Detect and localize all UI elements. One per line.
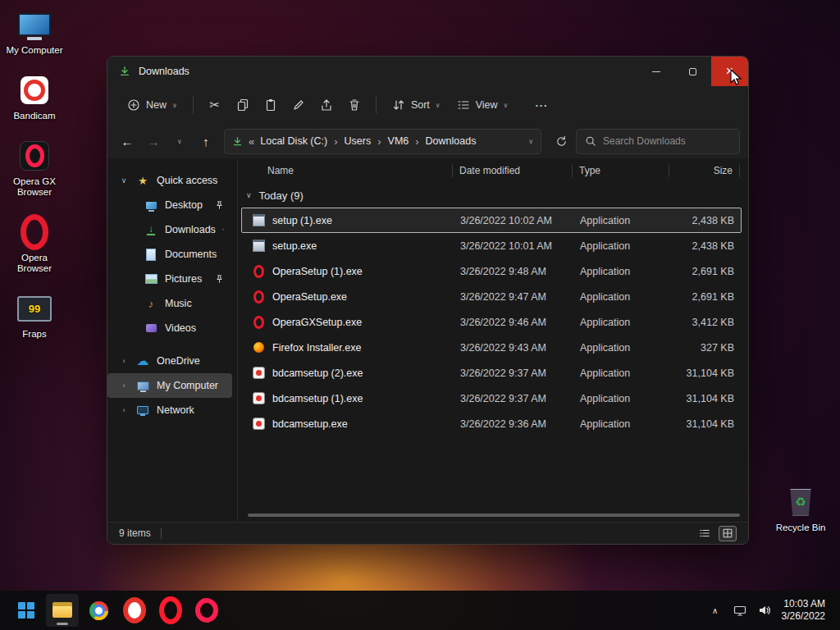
cut-button[interactable] — [203, 93, 227, 117]
column-header-name[interactable]: Name — [248, 164, 453, 177]
sidebar-item[interactable]: Desktop — [107, 193, 232, 217]
breadcrumb-link[interactable]: Users — [345, 135, 372, 147]
file-size: 2,691 KB — [670, 266, 741, 277]
desktop-icon-image — [16, 139, 52, 172]
details-view-icon — [699, 527, 710, 539]
sidebar-item[interactable]: Music — [107, 291, 232, 316]
file-row[interactable]: setup.exe 3/26/2022 10:01 AM Application… — [241, 233, 742, 258]
back-button[interactable] — [116, 130, 139, 153]
sidebar-item-label: Videos — [165, 322, 196, 334]
desktop-icon[interactable]: Opera GX Browser — [3, 139, 66, 198]
maximize-button[interactable] — [674, 57, 711, 86]
desktop-icon[interactable]: Bandicam — [3, 74, 66, 121]
file-date-modified: 3/26/2022 9:37 AM — [454, 368, 573, 379]
clock-date: 3/26/2022 — [782, 610, 825, 623]
refresh-button[interactable] — [550, 130, 573, 153]
file-size: 2,438 KB — [670, 215, 741, 226]
sidebar-item[interactable]: Downloads — [107, 217, 232, 242]
chevron-collapsed-icon[interactable]: › — [119, 357, 129, 365]
view-button[interactable]: View — [450, 94, 515, 116]
caption-buttons — [637, 57, 748, 86]
address-bar[interactable]: Local Disk (C:) Users VM6 — [224, 129, 541, 154]
horizontal-scrollbar[interactable] — [248, 514, 740, 517]
delete-button[interactable] — [342, 93, 367, 117]
file-size: 31,104 KB — [670, 393, 741, 404]
toolbar-divider — [376, 96, 377, 114]
breadcrumb-link[interactable]: VM6 — [388, 135, 409, 147]
recent-locations-chevron[interactable] — [168, 130, 191, 153]
title-bar[interactable]: Downloads — [107, 57, 748, 86]
start-button[interactable] — [10, 594, 43, 627]
breadcrumb-separator — [371, 134, 387, 148]
file-row[interactable]: bdcamsetup.exe 3/26/2022 9:36 AM Applica… — [241, 411, 742, 436]
taskbar-app-button[interactable] — [46, 594, 79, 627]
file-row[interactable]: OperaSetup.exe 3/26/2022 9:47 AM Applica… — [241, 284, 742, 309]
group-header-today[interactable]: ∨ Today (9) — [238, 183, 748, 208]
refresh-icon — [555, 135, 568, 148]
hidden-icons-chevron[interactable] — [708, 603, 723, 618]
search-input[interactable] — [603, 135, 731, 147]
up-button[interactable] — [194, 130, 217, 153]
taskbar-app-button[interactable] — [154, 594, 187, 627]
file-type-icon — [252, 367, 265, 380]
copy-button[interactable] — [231, 93, 255, 117]
column-header-size[interactable]: Size — [669, 164, 740, 177]
paste-button[interactable] — [258, 93, 283, 117]
file-type-icon — [252, 418, 265, 431]
large-icons-view-toggle[interactable] — [719, 526, 737, 541]
file-row[interactable]: bdcamsetup (2).exe 3/26/2022 9:37 AM App… — [241, 360, 742, 386]
sidebar-tree-item[interactable]: › My Computer — [107, 373, 232, 398]
chevron-collapsed-icon[interactable]: › — [119, 381, 129, 390]
breadcrumb-link[interactable]: Local Disk (C:) — [260, 135, 327, 147]
taskbar-app-button[interactable] — [118, 594, 151, 627]
rename-button[interactable] — [286, 93, 311, 117]
sidebar-item[interactable]: Documents — [107, 242, 232, 267]
file-row[interactable]: setup (1).exe 3/26/2022 10:02 AM Applica… — [241, 208, 742, 233]
taskbar-app-icon — [123, 599, 146, 622]
network-icon[interactable] — [733, 603, 747, 618]
file-row[interactable]: Firefox Installer.exe 3/26/2022 9:43 AM … — [241, 335, 742, 360]
sidebar-item[interactable]: Pictures — [107, 267, 232, 291]
column-header-type[interactable]: Type — [573, 164, 669, 177]
sidebar-item-quick-access[interactable]: ∨ Quick access — [107, 168, 232, 193]
taskbar-clock[interactable]: 10:03 AM 3/26/2022 — [782, 598, 825, 623]
breadcrumb-item: Downloads — [409, 134, 476, 148]
forward-button[interactable] — [142, 130, 165, 153]
desktop-icon-label: Fraps — [22, 329, 46, 340]
breadcrumb-overflow-icon[interactable] — [249, 135, 254, 148]
taskbar-app-button[interactable] — [82, 594, 115, 627]
breadcrumb-link[interactable]: Downloads — [426, 135, 477, 147]
desktop-icon[interactable]: My Computer — [3, 8, 66, 56]
chevron-down-icon — [172, 102, 177, 109]
volume-icon[interactable] — [757, 603, 772, 618]
search-box[interactable] — [576, 129, 740, 154]
share-button[interactable] — [314, 93, 339, 117]
sidebar-tree-item[interactable]: › OneDrive — [107, 349, 232, 373]
taskbar: 10:03 AM 3/26/2022 — [0, 591, 840, 630]
sidebar-item-icon — [144, 272, 158, 285]
new-button[interactable]: New — [121, 94, 184, 116]
address-dropdown-chevron[interactable] — [528, 138, 533, 145]
sidebar-item[interactable]: Videos — [107, 316, 232, 340]
large-icons-view-icon — [722, 527, 733, 539]
chevron-collapsed-icon[interactable]: › — [119, 406, 129, 414]
minimize-button[interactable] — [637, 57, 674, 86]
sidebar-item-icon — [135, 379, 150, 392]
sort-button[interactable]: Sort — [386, 94, 447, 116]
close-button[interactable] — [711, 57, 748, 86]
recycle-bin[interactable]: Recycle Bin — [774, 486, 827, 533]
sidebar-tree-item[interactable]: › Network — [107, 398, 232, 422]
file-date-modified: 3/26/2022 10:02 AM — [454, 215, 573, 226]
file-name: OperaSetup.exe — [272, 291, 347, 303]
taskbar-app-button[interactable] — [190, 594, 223, 627]
file-row[interactable]: OperaGXSetup.exe 3/26/2022 9:46 AM Appli… — [241, 309, 742, 335]
details-view-toggle[interactable] — [696, 526, 714, 541]
column-header-date-modified[interactable]: Date modified — [453, 164, 573, 177]
desktop-icon[interactable]: Fraps — [3, 292, 66, 340]
chevron-expanded-icon[interactable]: ∨ — [119, 176, 129, 185]
file-row[interactable]: OperaSetup (1).exe 3/26/2022 9:48 AM App… — [241, 258, 742, 284]
file-row[interactable]: bdcamsetup (1).exe 3/26/2022 9:37 AM App… — [241, 386, 742, 411]
see-more-button[interactable] — [529, 93, 554, 117]
desktop-icon[interactable]: Opera Browser — [3, 216, 66, 274]
sidebar-item-label: Pictures — [165, 273, 202, 285]
